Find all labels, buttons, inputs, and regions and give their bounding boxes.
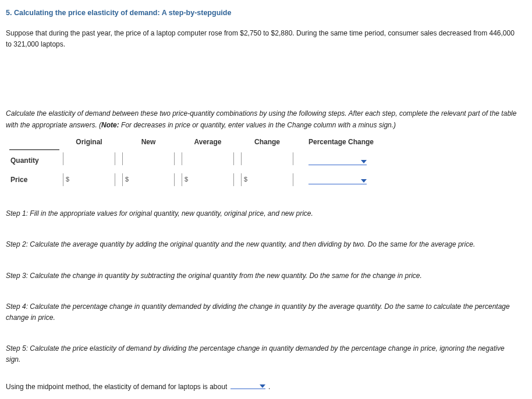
price-original-input[interactable]: $ (63, 173, 115, 186)
table-row: Price $ $ $ $ (9, 171, 378, 188)
quantity-average-input[interactable] (182, 152, 234, 165)
final-answer-line: Using the midpoint method, the elasticit… (6, 382, 520, 393)
col-pct-change: Percentage Change (297, 136, 378, 150)
elasticity-answer-dropdown[interactable] (230, 382, 265, 389)
step-4: Step 4: Calculate the percentage change … (6, 301, 520, 323)
note-label: Note: (101, 121, 119, 129)
elasticity-table: Original New Average Change Percentage C… (6, 136, 520, 188)
chevron-down-icon (260, 384, 265, 388)
intro-paragraph: Suppose that during the past year, the p… (6, 28, 520, 50)
row-price-label: Price (9, 171, 59, 188)
currency-prefix: $ (66, 174, 69, 185)
final-text-pre: Using the midpoint method, the elasticit… (6, 383, 229, 391)
col-new: New (119, 136, 178, 150)
col-change: Change (237, 136, 297, 150)
step-3: Step 3: Calculate the change in quantity… (6, 270, 520, 282)
table-corner (9, 136, 59, 150)
chevron-down-icon (361, 179, 367, 183)
chevron-down-icon (361, 160, 367, 163)
table-row: Quantity (9, 150, 378, 171)
price-pct-dropdown[interactable] (308, 176, 367, 184)
final-text-post: . (267, 383, 271, 391)
question-heading: 5. Calculating the price elasticity of d… (6, 7, 520, 19)
quantity-new-input[interactable] (122, 152, 175, 165)
col-original: Original (59, 136, 119, 150)
row-quantity-label: Quantity (9, 150, 59, 171)
instruction-text-post: For decreases in price or quantity, ente… (119, 121, 396, 129)
currency-prefix: $ (125, 174, 129, 185)
quantity-original-input[interactable] (63, 152, 115, 165)
currency-prefix: $ (185, 174, 188, 185)
col-average: Average (178, 136, 237, 150)
instruction-paragraph: Calculate the elasticity of demand betwe… (6, 108, 520, 130)
quantity-change-input[interactable] (241, 152, 293, 165)
quantity-pct-dropdown[interactable] (308, 156, 367, 165)
price-new-input[interactable]: $ (122, 173, 175, 186)
price-average-input[interactable]: $ (182, 173, 234, 186)
step-5: Step 5: Calculate the price elasticity o… (6, 343, 520, 365)
currency-prefix: $ (244, 174, 247, 185)
step-2: Step 2: Calculate the average quantity b… (6, 239, 520, 250)
price-change-input[interactable]: $ (241, 173, 293, 186)
step-1: Step 1: Fill in the appropriate values f… (6, 208, 520, 219)
